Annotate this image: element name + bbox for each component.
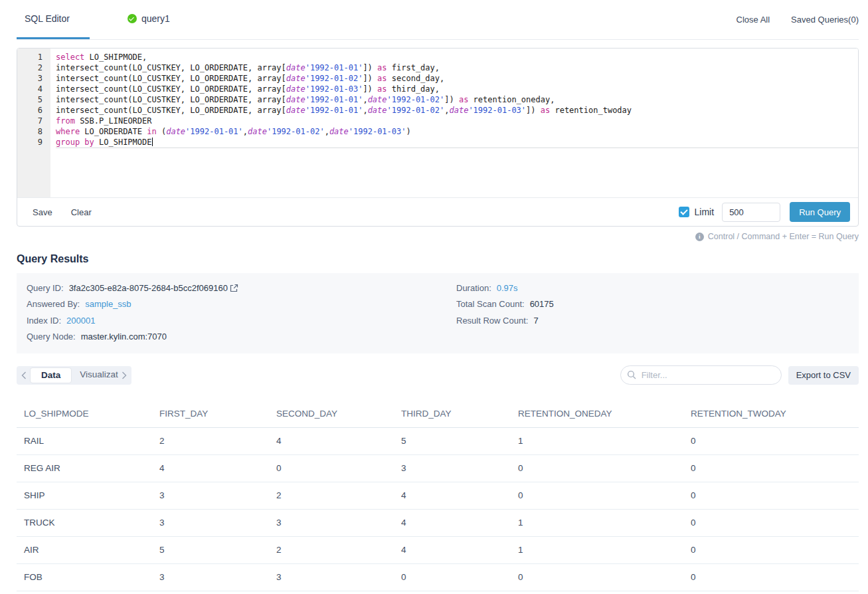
code-line: from SSB.P_LINEORDER [56, 116, 858, 126]
meta-answered-by: Answered By: sample_ssb [27, 296, 456, 313]
line-number-gutter: 123456789 [17, 49, 50, 197]
code-line: intersect_count(LO_CUSTKEY, LO_ORDERDATE… [56, 73, 858, 84]
query-results-title: Query Results [17, 253, 859, 265]
meta-right-column: Duration: 0.97s Total Scan Count: 60175 … [456, 280, 859, 345]
table-cell: 0 [683, 482, 859, 510]
code-line: intersect_count(LO_CUSTKEY, LO_ORDERDATE… [56, 94, 858, 105]
table-cell: FOB [17, 564, 152, 591]
table-cell: 4 [152, 455, 269, 482]
duration-link[interactable]: 0.97s [497, 283, 518, 293]
table-cell: 3 [394, 455, 511, 482]
results-table: LO_SHIPMODEFIRST_DAYSECOND_DAYTHIRD_DAYR… [17, 401, 859, 591]
meta-query-node: Query Node: master.kylin.com:7070 [27, 329, 456, 346]
table-cell: 2 [152, 428, 269, 455]
run-query-button[interactable]: Run Query [790, 202, 850, 222]
column-header: RETENTION_ONEDAY [511, 401, 683, 428]
saved-queries-button[interactable]: Saved Queries(0) [791, 15, 859, 25]
column-header: FIRST_DAY [152, 401, 269, 428]
table-cell: 2 [269, 482, 394, 510]
meta-query-id: Query ID: 3fa2c305-e82a-8075-2684-b5cc2f… [27, 280, 456, 296]
code-line: where LO_ORDERDATE in (date'1992-01-01',… [56, 126, 858, 137]
query-meta-panel: Query ID: 3fa2c305-e82a-8075-2684-b5cc2f… [17, 273, 859, 353]
meta-index-id: Index ID: 200001 [27, 312, 456, 329]
tab-sql-editor[interactable]: SQL Editor [17, 0, 90, 39]
meta-left-column: Query ID: 3fa2c305-e82a-8075-2684-b5cc2f… [27, 280, 456, 345]
export-csv-button[interactable]: Export to CSV [788, 366, 859, 385]
save-button[interactable]: Save [33, 207, 52, 217]
query-page: SQL Editor query1 Close All Saved Querie… [0, 0, 868, 591]
results-toolbar: Data Visualization Export to CSV [17, 365, 859, 385]
tab-sql-editor-label: SQL Editor [25, 13, 70, 24]
table-cell: 0 [683, 428, 859, 455]
editor-tabbar: SQL Editor query1 Close All Saved Querie… [17, 0, 859, 40]
column-header: THIRD_DAY [394, 401, 511, 428]
table-cell: 3 [152, 510, 269, 537]
meta-result-row-count: Result Row Count: 7 [456, 312, 859, 329]
table-cell: 1 [511, 537, 683, 564]
table-row: REG AIR40300 [17, 455, 859, 482]
shortcut-hint: i Control / Command + Enter = Run Query [17, 232, 859, 241]
table-cell: RAIL [17, 428, 152, 455]
meta-total-scan-count: Total Scan Count: 60175 [456, 296, 859, 313]
chevron-left-icon[interactable] [18, 366, 30, 385]
table-cell: REG AIR [17, 455, 152, 482]
table-row: FOB33000 [17, 564, 859, 591]
table-cell: 5 [152, 537, 269, 564]
table-cell: 3 [152, 482, 269, 510]
table-cell: TRUCK [17, 510, 152, 537]
table-cell: 3 [152, 564, 269, 591]
answered-by-link[interactable]: sample_ssb [85, 299, 131, 309]
filter-input[interactable] [620, 365, 782, 385]
code-line: intersect_count(LO_CUSTKEY, LO_ORDERDATE… [56, 84, 858, 94]
column-header: RETENTION_TWODAY [683, 401, 859, 428]
table-cell: 2 [269, 537, 394, 564]
tab-data[interactable]: Data [30, 367, 72, 383]
filter-wrap [620, 365, 782, 385]
view-switcher: Data Visualization [17, 366, 131, 385]
sql-editor-area[interactable]: 123456789 select LO_SHIPMODE,intersect_c… [17, 49, 858, 197]
code-line: select LO_SHIPMODE, [56, 52, 858, 62]
chevron-right-icon[interactable] [118, 366, 130, 385]
success-check-icon [128, 14, 137, 23]
table-cell: 0 [511, 564, 683, 591]
table-cell: 3 [269, 510, 394, 537]
table-cell: 4 [394, 537, 511, 564]
table-row: RAIL24510 [17, 428, 859, 455]
table-cell: 0 [269, 455, 394, 482]
run-controls: Limit Run Query [679, 202, 850, 222]
table-header-row: LO_SHIPMODEFIRST_DAYSECOND_DAYTHIRD_DAYR… [17, 401, 859, 428]
index-id-link[interactable]: 200001 [66, 316, 95, 326]
info-icon: i [695, 233, 704, 241]
table-cell: 0 [511, 455, 683, 482]
table-cell: 0 [683, 510, 859, 537]
limit-input[interactable] [722, 203, 780, 222]
sql-editor-panel: 123456789 select LO_SHIPMODE,intersect_c… [17, 48, 859, 227]
code-line: intersect_count(LO_CUSTKEY, LO_ORDERDATE… [56, 105, 858, 116]
table-cell: 0 [683, 564, 859, 591]
external-link-icon[interactable] [230, 284, 238, 292]
table-cell: 5 [394, 428, 511, 455]
table-cell: 0 [511, 482, 683, 510]
limit-checkbox[interactable] [679, 207, 689, 217]
table-cell: 4 [394, 510, 511, 537]
column-header: LO_SHIPMODE [17, 401, 152, 428]
clear-button[interactable]: Clear [71, 207, 92, 217]
table-cell: 3 [269, 564, 394, 591]
tab-query1[interactable]: query1 [120, 0, 178, 39]
tabbar-actions: Close All Saved Queries(0) [737, 0, 859, 39]
table-cell: 1 [511, 428, 683, 455]
table-cell: 4 [269, 428, 394, 455]
table-cell: AIR [17, 537, 152, 564]
table-cell: 1 [511, 510, 683, 537]
code-line: intersect_count(LO_CUSTKEY, LO_ORDERDATE… [56, 62, 858, 73]
meta-duration: Duration: 0.97s [456, 280, 859, 296]
search-icon [627, 370, 636, 382]
tab-visualization[interactable]: Visualization [72, 367, 118, 383]
tab-query1-label: query1 [141, 13, 170, 24]
close-all-button[interactable]: Close All [737, 15, 770, 25]
limit-label: Limit [695, 207, 715, 217]
table-row: SHIP32400 [17, 482, 859, 510]
code-line: group by LO_SHIPMODE [56, 137, 858, 148]
table-row: TRUCK33410 [17, 510, 859, 537]
sql-code-editor[interactable]: select LO_SHIPMODE,intersect_count(LO_CU… [50, 49, 858, 197]
